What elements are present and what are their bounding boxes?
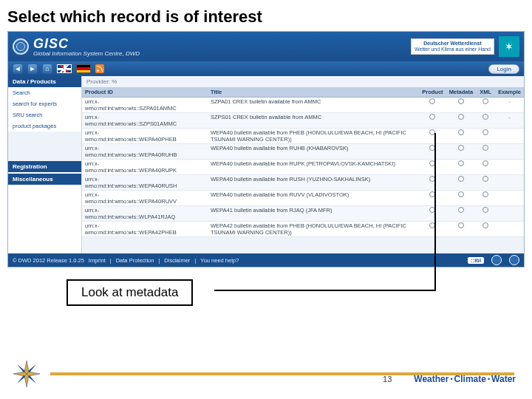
cell-title: WEPA40 bulletin available from RUHB (KHA…: [208, 144, 419, 160]
home-button[interactable]: ⌂: [42, 64, 52, 74]
cell-product-id: urn:x-wmo:md:int:wmo:wis::SZPA01AMMC: [82, 98, 208, 113]
cell-product-id: urn:x-wmo:md:int:wmo:wis::WEPA40RUHB: [82, 144, 208, 160]
radio-metadata[interactable]: [458, 176, 464, 182]
cell-title: SZPS01 CREX bulletin available from AMMC: [208, 113, 419, 129]
cell-example: [495, 191, 524, 206]
sidebar-item-search[interactable]: Search: [8, 87, 81, 98]
radio-metadata[interactable]: [458, 222, 464, 228]
radio-metadata[interactable]: [458, 129, 464, 135]
radio-metadata[interactable]: [458, 160, 464, 166]
cell-title: WEPA42 bulletin available from PHEB (HON…: [208, 222, 419, 237]
col-product[interactable]: Product: [419, 87, 446, 98]
login-button[interactable]: Login: [488, 64, 519, 74]
table-row: urn:x-wmo:md:int:wmo:wis::SZPS01AMMCSZPS…: [82, 113, 524, 129]
provider-label: Provider: %: [82, 76, 524, 87]
sidebar-heading-registration[interactable]: Registration: [8, 161, 81, 172]
cell-example: [495, 129, 524, 144]
callout-box: Look at metadata: [66, 279, 193, 306]
cell-product-id: urn:x-wmo:md:int:wmo:wis::WEPA42PHEB: [82, 222, 208, 237]
svg-marker-2: [13, 372, 27, 376]
cell-example: [495, 206, 524, 222]
rss-icon[interactable]: [95, 64, 104, 73]
cell-product-id: urn:x-wmo:md:int:wmo:wis::WLPA41RJAQ: [82, 206, 208, 222]
cell-product-id: urn:x-wmo:md:int:wmo:wis::WEPA40RUPK: [82, 160, 208, 175]
forward-button[interactable]: ►: [27, 64, 38, 74]
svg-marker-0: [24, 361, 29, 374]
radio-metadata[interactable]: [458, 98, 464, 104]
col-title[interactable]: Title: [208, 87, 419, 98]
radio-metadata[interactable]: [458, 191, 464, 197]
col-xml[interactable]: XML: [476, 87, 495, 98]
radio-xml[interactable]: [482, 129, 488, 135]
cell-example: [495, 222, 524, 237]
app-body: Data / Products Search search for expert…: [8, 76, 524, 255]
table-row: urn:x-wmo:md:int:wmo:wis::WEPA40PHEBWEPA…: [82, 129, 524, 144]
table-row: urn:x-wmo:md:int:wmo:wis::WEPA42PHEBWEPA…: [82, 222, 524, 237]
table-row: urn:x-wmo:md:int:wmo:wis::WLPA41RJAQWEPA…: [82, 206, 524, 222]
wcw-climate: Climate: [454, 374, 486, 384]
sidebar-item-sru[interactable]: SRU search: [8, 109, 81, 120]
wcw-weather: Weather: [414, 374, 449, 384]
cell-product-id: urn:x-wmo:md:int:wmo:wis::WEPA40RUSH: [82, 175, 208, 191]
col-product-id[interactable]: Product ID: [82, 87, 208, 98]
cell-title: WEPA41 bulletin available from RJAQ (JFA…: [208, 206, 419, 222]
sidebar-heading-data: Data / Products: [8, 76, 81, 87]
radio-product[interactable]: [429, 98, 435, 104]
dwd-line2: Wetter und Klima aus einer Hand: [415, 47, 491, 52]
footer-copyright: © DWD 2012 Release 1.0.25: [13, 257, 84, 264]
app-header: GISC Global Information System Centre, D…: [8, 32, 524, 61]
footer-link-help[interactable]: You need help?: [200, 257, 239, 264]
radio-xml[interactable]: [482, 114, 488, 120]
radio-product[interactable]: [429, 114, 435, 120]
app-window: GISC Global Information System Centre, D…: [7, 31, 525, 267]
col-example[interactable]: Example: [495, 87, 524, 98]
svg-marker-5: [28, 364, 36, 372]
cell-product-id: urn:x-wmo:md:int:wmo:wis::WEPA40PHEB: [82, 129, 208, 144]
cell-example: [495, 175, 524, 191]
footer-link-disclaimer[interactable]: Disclaimer: [164, 257, 190, 264]
results-table: Product ID Title Product Metadata XML Ex…: [82, 87, 524, 237]
footer-link-imprint[interactable]: Imprint: [89, 257, 106, 264]
sidebar-heading-misc[interactable]: Miscellaneous: [8, 174, 81, 185]
col-metadata[interactable]: Metadata: [446, 87, 477, 98]
sidebar-item-experts[interactable]: search for experts: [8, 98, 81, 109]
svg-marker-6: [17, 375, 25, 383]
radio-metadata[interactable]: [458, 145, 464, 151]
annotation-line-horizontal: [214, 290, 436, 291]
cell-title: SZPA01 CREX bulletin available from AMMC: [208, 98, 419, 113]
table-row: urn:x-wmo:md:int:wmo:wis::WEPA40RUSHWEPA…: [82, 175, 524, 191]
sidebar: Data / Products Search search for expert…: [8, 76, 82, 255]
footer-link-data-protection[interactable]: Data Protection: [116, 257, 154, 264]
weather-climate-water: Weather • Climate • Water: [414, 374, 516, 384]
main-panel: Provider: % Product ID Title Product Met…: [82, 76, 524, 255]
back-button[interactable]: ◄: [13, 64, 23, 74]
radio-xml[interactable]: [482, 222, 488, 228]
svg-marker-1: [24, 374, 29, 387]
radio-xml[interactable]: [482, 191, 488, 197]
toolbar: ◄ ► ⌂ Login: [8, 61, 524, 76]
radio-metadata[interactable]: [458, 114, 464, 120]
radio-xml[interactable]: [482, 160, 488, 166]
cell-title: WEPA40 bulletin available from PHEB (HON…: [208, 129, 419, 144]
footer-wmo-icon: [509, 255, 519, 265]
radio-xml[interactable]: [482, 176, 488, 182]
flag-uk-icon[interactable]: [57, 64, 72, 73]
table-row: urn:x-wmo:md:int:wmo:wis::WEPA40RUHBWEPA…: [82, 144, 524, 160]
app-footer: © DWD 2012 Release 1.0.25 Imprint| Data …: [8, 253, 524, 267]
cell-example: -: [495, 113, 524, 129]
dwd-line1: Deutscher Wetterdienst: [415, 41, 491, 47]
compass-icon: [12, 359, 41, 389]
flag-de-icon[interactable]: [76, 64, 91, 73]
annotation-line-vertical: [434, 133, 436, 291]
cell-product-id: urn:x-wmo:md:int:wmo:wis::SZPS01AMMC: [82, 113, 208, 129]
brand-name: GISC: [33, 37, 140, 50]
radio-metadata[interactable]: [458, 207, 464, 213]
radio-xml[interactable]: [482, 98, 488, 104]
sidebar-item-packages[interactable]: product packages: [8, 120, 81, 132]
slide-title: Select which record is of interest: [0, 0, 532, 31]
cell-example: -: [495, 98, 524, 113]
radio-xml[interactable]: [482, 207, 488, 213]
cell-title: WEPA40 bulletin available from RUVV (VLA…: [208, 191, 419, 206]
radio-xml[interactable]: [482, 145, 488, 151]
wmo-logo-icon: [13, 38, 29, 55]
